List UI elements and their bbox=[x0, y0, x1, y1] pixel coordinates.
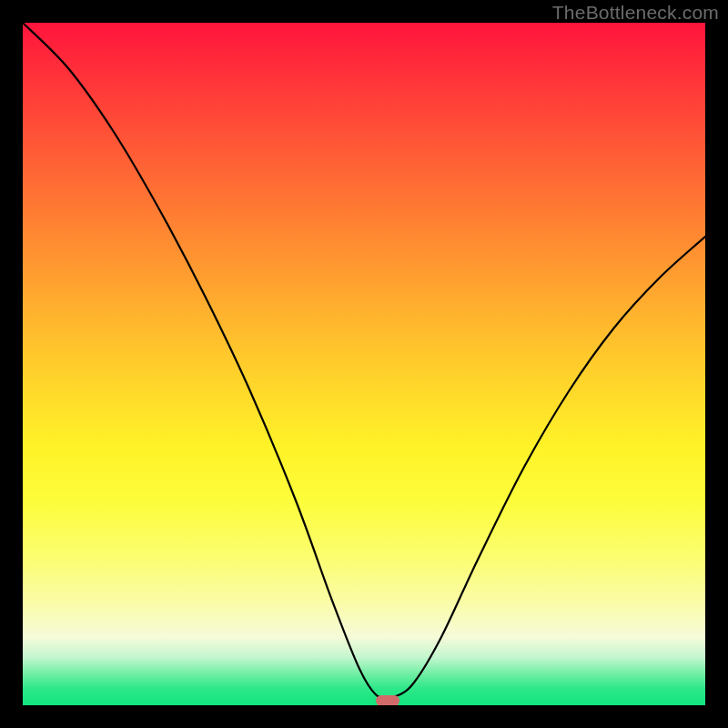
optimal-point-marker bbox=[376, 695, 399, 705]
bottleneck-curve bbox=[23, 23, 705, 705]
watermark-text: TheBottleneck.com bbox=[552, 2, 719, 24]
chart-frame: TheBottleneck.com bbox=[0, 0, 728, 728]
plot-area bbox=[23, 23, 705, 705]
